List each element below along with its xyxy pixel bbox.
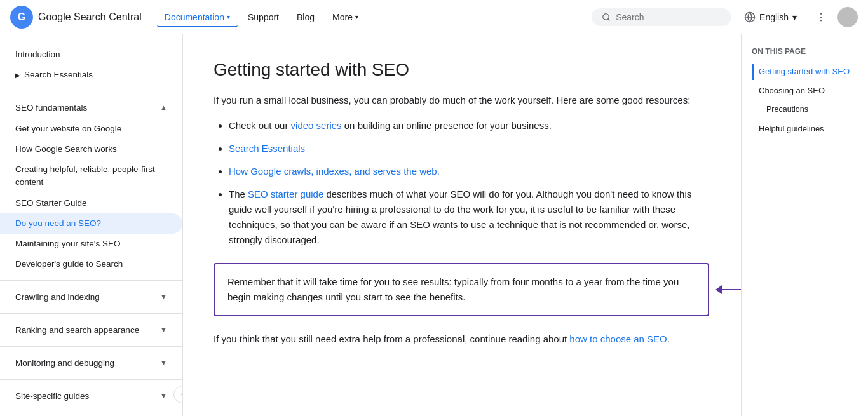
toc-item-precautions[interactable]: Precautions [752, 102, 858, 118]
logo-link[interactable]: G Google Search Central [10, 6, 142, 29]
toc-item-helpful-guidelines[interactable]: Helpful guidelines [752, 121, 858, 137]
sidebar-divider-3 [0, 313, 182, 314]
nav-more[interactable]: More ▾ [325, 7, 366, 27]
sidebar-section-site-guides[interactable]: Site-specific guides ▼ [0, 385, 182, 407]
sidebar-section-monitoring[interactable]: Monitoring and debugging ▼ [0, 352, 182, 374]
chevron-down-icon: ▾ [227, 13, 230, 20]
sidebar-item-search-essentials[interactable]: ▶ Search Essentials [0, 65, 182, 85]
nav-right: English ▾ [592, 6, 858, 29]
main-content: Getting started with SEO If you run a sm… [183, 34, 741, 416]
sidebar-divider-4 [0, 346, 182, 347]
nav-support[interactable]: Support [240, 7, 287, 27]
closing-paragraph: If you think that you still need extra h… [214, 332, 709, 347]
sidebar-divider-1 [0, 91, 182, 91]
sidebar: Introduction ▶ Search Essentials SEO fun… [0, 34, 183, 416]
toc-item-choosing-seo[interactable]: Choosing an SEO [752, 83, 858, 99]
list-item-video-series: Check out our video series on building a… [229, 118, 709, 133]
svg-point-5 [820, 16, 822, 17]
arrow-head [715, 285, 722, 294]
sidebar-item-introduction[interactable]: Introduction [0, 44, 182, 65]
highlight-box: Remember that it will take time for you … [214, 263, 709, 316]
globe-icon [744, 11, 756, 23]
nav-blog[interactable]: Blog [289, 7, 322, 27]
language-selector[interactable]: English ▾ [736, 8, 804, 27]
top-navigation: G Google Search Central Documentation ▾ … [0, 0, 868, 34]
vertical-dots-icon [815, 11, 827, 23]
sidebar-item-do-you-need-seo[interactable]: Do you need an SEO? [0, 213, 182, 234]
search-box[interactable] [592, 8, 731, 26]
toc-panel: On this page Getting started with SEO Ch… [741, 34, 868, 416]
sidebar-divider-2 [0, 280, 182, 281]
list-item-seo-starter-guide: The SEO starter guide describes much of … [229, 187, 709, 248]
video-series-link[interactable]: video series [291, 120, 342, 131]
search-essentials-link[interactable]: Search Essentials [229, 143, 305, 154]
search-icon [602, 12, 611, 22]
sidebar-item-seo-starter[interactable]: SEO Starter Guide [0, 193, 182, 213]
how-to-choose-link[interactable]: how to choose an SEO [569, 333, 667, 344]
highlight-container: Remember that it will take time for you … [214, 263, 709, 316]
list-item-search-essentials: Search Essentials [229, 141, 709, 156]
sidebar-item-how-google-works[interactable]: How Google Search works [0, 139, 182, 159]
chevron-down-icon-ranking: ▼ [160, 326, 167, 333]
arrow-indicator [715, 285, 741, 294]
user-avatar[interactable] [837, 7, 858, 27]
svg-point-2 [603, 13, 609, 19]
sidebar-item-maintaining-seo[interactable]: Maintaining your site's SEO [0, 234, 182, 254]
main-layout: Introduction ▶ Search Essentials SEO fun… [0, 34, 868, 416]
toc-item-getting-started[interactable]: Getting started with SEO [752, 64, 858, 80]
sidebar-item-helpful-content[interactable]: Creating helpful, reliable, people-first… [0, 159, 182, 193]
nav-links: Documentation ▾ Support Blog More ▾ [157, 7, 592, 27]
toc-title: On this page [752, 47, 858, 56]
page-title: Getting started with SEO [214, 60, 709, 80]
more-options-button[interactable] [810, 6, 832, 29]
content-inner: Getting started with SEO If you run a sm… [214, 60, 709, 347]
sidebar-divider-5 [0, 379, 182, 380]
resources-list: Check out our video series on building a… [229, 118, 709, 248]
arrow-right-icon: ▶ [15, 70, 20, 80]
search-input[interactable] [616, 12, 721, 22]
chevron-down-icon-monitoring: ▼ [160, 359, 167, 366]
seo-starter-guide-link[interactable]: SEO starter guide [248, 189, 323, 199]
svg-point-6 [820, 20, 822, 21]
chevron-down-icon-more: ▾ [355, 13, 358, 20]
sidebar-section-seo-fundamentals[interactable]: SEO fundamentals ▲ [0, 97, 182, 119]
nav-documentation[interactable]: Documentation ▾ [157, 7, 238, 27]
arrow-line [722, 289, 741, 290]
logo-text: Google Search Central [38, 11, 142, 23]
sidebar-item-get-website[interactable]: Get your website on Google [0, 119, 182, 139]
how-google-crawls-link[interactable]: How Google crawls, indexes, and serves t… [229, 166, 440, 177]
logo-icon: G [10, 6, 33, 29]
list-item-how-google-crawls: How Google crawls, indexes, and serves t… [229, 164, 709, 179]
chevron-down-icon-site-guides: ▼ [160, 392, 167, 399]
intro-paragraph: If you run a small local business, you c… [214, 93, 709, 108]
svg-text:G: G [18, 11, 25, 22]
sidebar-section-crawling[interactable]: Crawling and indexing ▼ [0, 286, 182, 308]
chevron-down-icon-crawling: ▼ [160, 293, 167, 300]
sidebar-section-ranking[interactable]: Ranking and search appearance ▼ [0, 319, 182, 341]
chevron-down-icon-lang: ▾ [792, 12, 797, 22]
svg-point-4 [820, 13, 822, 14]
chevron-up-icon: ▲ [160, 104, 167, 111]
sidebar-item-developer-guide[interactable]: Developer's guide to Search [0, 254, 182, 274]
